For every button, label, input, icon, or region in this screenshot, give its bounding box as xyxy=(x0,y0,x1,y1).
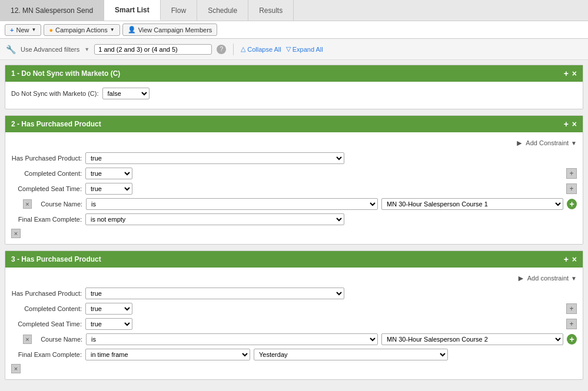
filter-group-title-1: 1 - Do Not Sync with Marketo (C) xyxy=(11,69,120,78)
field-label-2-2: Completed Content: xyxy=(11,170,82,177)
course-operator-3[interactable]: is xyxy=(86,333,378,345)
close-group-3-button[interactable]: × xyxy=(572,255,577,264)
field-select-2-5[interactable]: is not emptyis emptyisis not xyxy=(85,213,344,225)
field-select-3-2[interactable]: truefalse xyxy=(85,303,132,315)
add-course-value-2-button[interactable]: + xyxy=(567,199,577,209)
bottom-remove-3-button[interactable]: × xyxy=(11,364,21,373)
add-group-1-button[interactable]: + xyxy=(564,69,569,78)
field-row-3-2: Completed Content:truefalse+ xyxy=(11,303,577,315)
collapse-all-button[interactable]: △ Collapse All xyxy=(241,45,281,53)
add-group-3-button[interactable]: + xyxy=(564,255,569,264)
constraint-chevron-2: ▼ xyxy=(571,140,577,146)
field-select-3-3[interactable]: truefalse xyxy=(85,318,132,330)
bottom-remove-row-3: × xyxy=(11,364,577,373)
use-advanced-label: Use Advanced filters xyxy=(21,46,79,53)
collapse-icon: △ xyxy=(241,45,245,53)
add-row-3-3-button[interactable]: + xyxy=(566,319,577,329)
filter-group-3: 3 - Has Purchased Product+×► Add constra… xyxy=(5,250,583,380)
field-row-3-3: Completed Seat Time:truefalse+ xyxy=(11,318,577,330)
course-operator-2[interactable]: is xyxy=(86,198,378,210)
field-select-2-2[interactable]: truefalse xyxy=(85,168,132,179)
main-content: 1 - Do Not Sync with Marketo (C)+×Do Not… xyxy=(0,60,588,391)
expand-icon: ▽ xyxy=(286,45,291,53)
filter-divider xyxy=(233,44,234,55)
remove-course-2-button[interactable]: × xyxy=(23,199,32,209)
final-exam-value-3[interactable]: YesterdayTodayLast 7 days xyxy=(254,349,448,360)
add-row-3-2-button[interactable]: + xyxy=(566,303,577,314)
filter-group-header-1: 1 - Do Not Sync with Marketo (C)+× xyxy=(5,65,583,82)
add-constraint-3-button[interactable]: ► Add constraint ▼ xyxy=(517,273,577,283)
field-label-2-1: Has Purchased Product: xyxy=(11,155,82,162)
field-label-3-1: Has Purchased Product: xyxy=(11,290,82,297)
course-label-3: Course Name: xyxy=(35,336,82,343)
bottom-remove-2-button[interactable]: × xyxy=(11,229,21,238)
add-row-2-3-button[interactable]: + xyxy=(566,183,577,194)
add-row-2-2-button[interactable]: + xyxy=(566,168,577,179)
bottom-remove-row-2: × xyxy=(11,229,577,238)
view-campaign-members-icon: 👤 xyxy=(128,26,136,34)
course-name-row-3: ×Course Name:isMN 30-Hour Salesperson Co… xyxy=(23,333,577,345)
campaign-actions-chevron-icon: ▼ xyxy=(110,27,115,32)
toolbar: + New ▼ ● Campaign Actions ▼ 👤 View Camp… xyxy=(0,21,588,39)
add-constraint-icon-3: ► xyxy=(517,273,525,283)
field-row-2-5: Final Exam Complete:is not emptyis empty… xyxy=(11,213,577,225)
course-label-2: Course Name: xyxy=(35,200,82,208)
field-select-1-1[interactable]: falsetrue xyxy=(102,88,150,99)
new-chevron-icon: ▼ xyxy=(31,27,36,32)
final-exam-row-3: Final Exam Complete:in time frameis not … xyxy=(11,349,577,360)
filter-group-body-1: Do Not Sync with Marketo (C):falsetrue xyxy=(5,82,583,109)
tab-flow[interactable]: Flow xyxy=(161,0,197,21)
final-exam-operator-3[interactable]: in time frameis not emptyis empty xyxy=(85,349,250,360)
filter-group-title-3: 3 - Has Purchased Product xyxy=(11,255,101,263)
course-value-3[interactable]: MN 30-Hour Salesperson Course 2 xyxy=(381,333,563,345)
tab-smart-list[interactable]: Smart List xyxy=(104,0,161,21)
expand-all-button[interactable]: ▽ Expand All xyxy=(286,45,323,53)
field-label-2-5: Final Exam Complete: xyxy=(11,216,82,223)
view-campaign-members-button[interactable]: 👤 View Campaign Members xyxy=(122,24,218,36)
filter-group-body-2: ► Add Constraint ▼Has Purchased Product:… xyxy=(5,132,583,244)
filter-group-1: 1 - Do Not Sync with Marketo (C)+×Do Not… xyxy=(5,65,583,109)
field-row-1-1: Do Not Sync with Marketo (C):falsetrue xyxy=(11,88,577,99)
final-exam-label-3: Final Exam Complete: xyxy=(11,351,82,358)
add-constraint-icon-2: ► xyxy=(515,138,523,148)
field-label-3-3: Completed Seat Time: xyxy=(11,320,82,327)
tab-campaign-name[interactable]: 12. MN Salesperson Send xyxy=(0,0,104,21)
filter-help-icon[interactable]: ? xyxy=(217,45,226,54)
top-tabs-bar: 12. MN Salesperson Send Smart List Flow … xyxy=(0,0,588,21)
add-constraint-2-button[interactable]: ► Add Constraint ▼ xyxy=(515,138,577,148)
add-course-value-3-button[interactable]: + xyxy=(567,334,577,345)
add-group-2-button[interactable]: + xyxy=(564,119,569,129)
advanced-chevron-icon: ▼ xyxy=(84,46,89,52)
field-select-2-1[interactable]: truefalse xyxy=(85,152,344,164)
course-name-row-2: ×Course Name:isMN 30-Hour Salesperson Co… xyxy=(23,198,577,210)
remove-course-3-button[interactable]: × xyxy=(23,335,32,344)
field-row-2-3: Completed Seat Time:truefalse+ xyxy=(11,183,577,195)
filter-group-2: 2 - Has Purchased Product+×► Add Constra… xyxy=(5,115,583,245)
campaign-actions-icon: ● xyxy=(49,26,53,34)
filter-expression-input[interactable] xyxy=(94,44,212,55)
new-icon: + xyxy=(10,26,14,34)
filter-group-title-2: 2 - Has Purchased Product xyxy=(11,120,101,128)
field-select-3-1[interactable]: truefalse xyxy=(85,288,344,299)
filter-group-body-3: ► Add constraint ▼Has Purchased Product:… xyxy=(5,268,583,379)
field-row-2-1: Has Purchased Product:truefalse xyxy=(11,152,577,164)
constraint-chevron-3: ▼ xyxy=(571,275,577,282)
tab-results[interactable]: Results xyxy=(248,0,294,21)
field-row-2-2: Completed Content:truefalse+ xyxy=(11,168,577,179)
field-select-2-3[interactable]: truefalse xyxy=(85,183,132,195)
filter-bar: 🔧 Use Advanced filters ▼ ? △ Collapse Al… xyxy=(0,39,588,60)
new-button[interactable]: + New ▼ xyxy=(5,24,41,36)
field-row-3-1: Has Purchased Product:truefalse xyxy=(11,288,577,299)
filter-group-header-2: 2 - Has Purchased Product+× xyxy=(5,116,583,132)
field-label-2-3: Completed Seat Time: xyxy=(11,185,82,192)
filter-group-header-3: 3 - Has Purchased Product+× xyxy=(5,251,583,268)
filter-icon: 🔧 xyxy=(6,45,16,54)
close-group-1-button[interactable]: × xyxy=(572,69,577,78)
tab-schedule[interactable]: Schedule xyxy=(197,0,248,21)
field-label-3-2: Completed Content: xyxy=(11,305,82,312)
close-group-2-button[interactable]: × xyxy=(572,119,577,129)
field-label-1-1: Do Not Sync with Marketo (C): xyxy=(11,90,99,97)
campaign-actions-button[interactable]: ● Campaign Actions ▼ xyxy=(44,24,119,36)
course-value-2[interactable]: MN 30-Hour Salesperson Course 1 xyxy=(381,198,563,210)
